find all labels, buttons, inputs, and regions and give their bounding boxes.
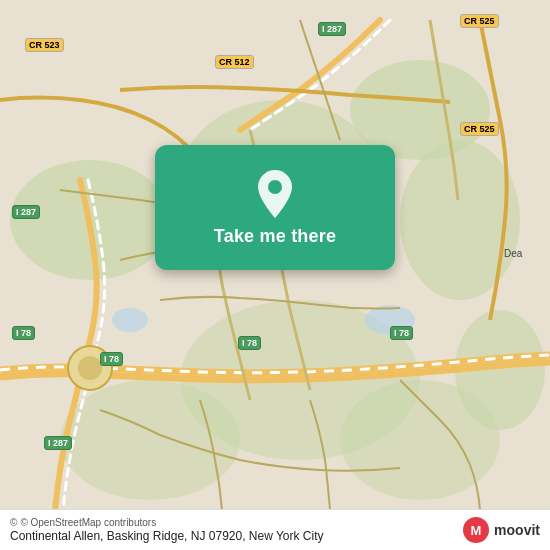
road-badge-cr523: CR 523 — [25, 38, 64, 52]
dea-label: Dea — [504, 248, 522, 259]
road-badge-i287-bottom: I 287 — [44, 436, 72, 450]
road-badge-i78-center: I 78 — [238, 336, 261, 350]
svg-point-3 — [400, 140, 520, 300]
map-container: CR 523 CR 512 I 287 CR 525 CR 525 I 287 … — [0, 0, 550, 550]
location-pin-icon — [253, 168, 297, 220]
svg-text:M: M — [471, 523, 482, 538]
osm-attribution: © OpenStreetMap contributors — [20, 517, 156, 528]
bottom-bar: © © OpenStreetMap contributors Continent… — [0, 509, 550, 550]
map-svg — [0, 0, 550, 550]
svg-point-11 — [78, 356, 102, 380]
road-badge-cr525-top: CR 525 — [460, 14, 499, 28]
address-text: Continental Allen, Basking Ridge, NJ 079… — [10, 529, 324, 543]
bottom-left-section: © © OpenStreetMap contributors Continent… — [10, 517, 324, 543]
moovit-icon: M — [462, 516, 490, 544]
road-badge-i287-top: I 287 — [318, 22, 346, 36]
road-badge-i78-center-left: I 78 — [100, 352, 123, 366]
road-badge-cr525-mid: CR 525 — [460, 122, 499, 136]
take-me-there-button[interactable]: Take me there — [155, 145, 395, 270]
road-badge-i78-right: I 78 — [390, 326, 413, 340]
road-badge-cr512: CR 512 — [215, 55, 254, 69]
svg-point-9 — [112, 308, 148, 332]
road-badge-i78-left: I 78 — [12, 326, 35, 340]
svg-point-5 — [60, 380, 240, 500]
moovit-logo: M moovit — [462, 516, 540, 544]
copyright-icon: © — [10, 517, 17, 528]
svg-point-12 — [268, 180, 282, 194]
take-me-there-label: Take me there — [214, 226, 336, 247]
moovit-text: moovit — [494, 522, 540, 538]
road-badge-i287-left: I 287 — [12, 205, 40, 219]
